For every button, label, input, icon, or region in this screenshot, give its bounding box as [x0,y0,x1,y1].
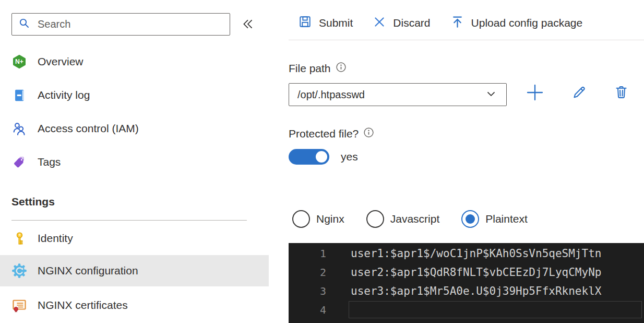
radio-javascript[interactable]: Javascript [366,210,440,228]
add-file-button[interactable] [526,84,544,103]
line-number: 4 [289,304,326,316]
editor-current-line-box[interactable] [349,301,642,318]
sidebar-item-identity[interactable]: Identity [0,227,269,250]
toggle-knob [316,151,327,163]
delete-file-button[interactable] [614,84,629,101]
radio-label: Javascript [390,213,440,225]
protected-file-label-text: Protected file? [289,128,359,140]
plus-icon [526,84,544,101]
radio-nginx[interactable]: Nginx [292,210,344,228]
editor-line[interactable]: 2 user2:$apr1$QdR8fNLT$vbCEEzDj7LyqCMyNp [289,263,644,282]
sidebar-item-activity-log[interactable]: Activity log [0,84,269,107]
toggle-state-label: yes [341,151,358,163]
discard-label: Discard [393,17,430,29]
line-number: 1 [289,247,326,260]
sidebar-item-tags[interactable]: Tags [0,151,269,174]
line-text: user2:$apr1$QdR8fNLT$vbCEEzDj7LyqCMyNp [326,266,601,279]
discard-button[interactable]: Discard [373,15,430,31]
protected-file-label: Protected file? [289,127,374,141]
search-input[interactable] [38,18,223,30]
trash-icon [614,84,629,99]
activity-log-icon [11,87,27,103]
info-icon[interactable] [363,127,374,141]
key-icon [11,230,27,246]
sidebar-item-label: Tags [38,156,61,168]
close-icon [373,15,386,31]
editor-line[interactable]: 3 user3:$apr1$Mr5A0e.U$0j39Hp5FfxRkneklX [289,282,644,301]
radio-label: Plaintext [485,213,528,225]
radio-circle [366,210,384,228]
upload-icon [450,15,464,31]
settings-heading: Settings [11,195,55,208]
svg-text:N+: N+ [15,58,23,65]
chevron-down-icon [484,87,498,102]
submit-button[interactable]: Submit [298,15,353,31]
config-editor[interactable]: 1 user1:$apr1$/woC1jnP$KAh0SsVn5qeSMjTtn… [289,243,644,323]
line-number: 3 [289,285,326,297]
line-number: 2 [289,266,326,279]
sidebar-item-label: Overview [38,55,84,68]
search-icon [18,17,31,32]
submit-label: Submit [319,17,353,29]
info-icon[interactable] [336,62,347,75]
edit-file-button[interactable] [571,84,587,102]
access-control-icon [11,121,27,136]
radio-circle [292,210,310,228]
sidebar-item-label: Identity [38,232,73,245]
radio-plaintext[interactable]: Plaintext [461,210,528,228]
upload-config-package-button[interactable]: Upload config package [450,15,583,31]
sidebar-item-overview[interactable]: N+ Overview [0,50,269,73]
command-bar: Submit Discard Upload config package [298,15,582,31]
sidebar-item-nginx-configuration[interactable]: NGINX configuration [0,255,269,286]
radio-circle [461,210,479,228]
sidebar-item-label: NGINX certificates [38,299,128,312]
gear-icon [11,263,27,279]
pencil-icon [571,84,587,100]
search-box[interactable] [11,13,230,36]
certificate-icon [11,297,27,313]
nginx-logo-icon: N+ [11,54,27,70]
sidebar: N+ Overview Activity log Access control … [0,0,269,323]
protected-file-toggle-row: yes [289,149,358,165]
file-path-dropdown[interactable]: /opt/.htpasswd [289,83,507,106]
save-icon [298,15,312,31]
collapse-sidebar-button[interactable] [241,17,255,31]
file-path-value: /opt/.htpasswd [297,89,484,101]
page: N+ Overview Activity log Access control … [0,0,644,323]
tags-icon [11,154,27,170]
sidebar-item-label: NGINX configuration [38,264,138,277]
editor-line[interactable]: 1 user1:$apr1$/woC1jnP$KAh0SsVn5qeSMjTtn [289,244,644,263]
file-path-label: File path [289,62,347,75]
sidebar-item-label: Activity log [38,89,90,101]
line-text: user3:$apr1$Mr5A0e.U$0j39Hp5FfxRkneklX [326,285,601,297]
radio-label: Nginx [316,213,344,225]
line-text: user1:$apr1$/woC1jnP$KAh0SsVn5qeSMjTtn [326,247,601,260]
format-radio-group: Nginx Javascript Plaintext [292,210,528,228]
settings-divider [11,220,247,221]
file-path-label-text: File path [289,62,331,75]
sidebar-item-access-control[interactable]: Access control (IAM) [0,117,269,140]
sidebar-item-nginx-certificates[interactable]: NGINX certificates [0,294,269,317]
upload-label: Upload config package [471,17,583,29]
double-chevron-left-icon [241,17,255,31]
toolbar-divider [289,40,644,40]
protected-file-toggle[interactable] [289,149,329,165]
sidebar-item-label: Access control (IAM) [38,122,139,135]
